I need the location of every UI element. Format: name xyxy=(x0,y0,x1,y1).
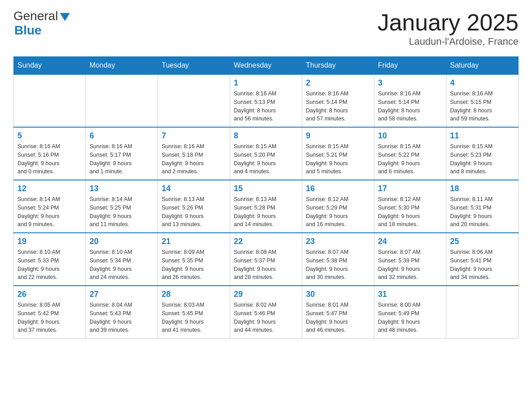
calendar-cell: 18Sunrise: 8:11 AM Sunset: 5:31 PM Dayli… xyxy=(446,180,519,233)
calendar-week-3: 12Sunrise: 8:14 AM Sunset: 5:24 PM Dayli… xyxy=(14,180,519,233)
calendar-cell: 16Sunrise: 8:12 AM Sunset: 5:29 PM Dayli… xyxy=(302,180,374,233)
day-info: Sunrise: 8:15 AM Sunset: 5:20 PM Dayligh… xyxy=(234,142,298,176)
day-number: 12 xyxy=(17,184,82,193)
day-number: 28 xyxy=(162,290,226,299)
day-number: 25 xyxy=(450,237,515,246)
calendar-week-1: 1Sunrise: 8:16 AM Sunset: 5:13 PM Daylig… xyxy=(14,74,519,127)
calendar-cell xyxy=(14,74,86,127)
day-info: Sunrise: 8:04 AM Sunset: 5:43 PM Dayligh… xyxy=(90,301,154,334)
calendar-cell: 20Sunrise: 8:10 AM Sunset: 5:34 PM Dayli… xyxy=(86,233,158,286)
day-info: Sunrise: 8:12 AM Sunset: 5:30 PM Dayligh… xyxy=(378,195,442,229)
day-number: 7 xyxy=(162,131,226,141)
calendar-cell: 12Sunrise: 8:14 AM Sunset: 5:24 PM Dayli… xyxy=(14,180,86,233)
calendar-cell: 1Sunrise: 8:16 AM Sunset: 5:13 PM Daylig… xyxy=(230,74,302,127)
weekday-header-row: SundayMondayTuesdayWednesdayThursdayFrid… xyxy=(14,57,519,75)
calendar-cell: 15Sunrise: 8:13 AM Sunset: 5:28 PM Dayli… xyxy=(230,180,302,233)
calendar-cell: 8Sunrise: 8:15 AM Sunset: 5:20 PM Daylig… xyxy=(230,127,302,180)
calendar-cell: 11Sunrise: 8:15 AM Sunset: 5:23 PM Dayli… xyxy=(446,127,519,180)
day-number: 4 xyxy=(450,78,515,88)
calendar-cell xyxy=(158,74,230,127)
calendar-cell xyxy=(446,286,519,338)
calendar-body: 1Sunrise: 8:16 AM Sunset: 5:13 PM Daylig… xyxy=(14,74,519,338)
day-number: 6 xyxy=(90,131,154,141)
svg-marker-0 xyxy=(60,13,70,21)
day-info: Sunrise: 8:15 AM Sunset: 5:23 PM Dayligh… xyxy=(450,142,515,176)
day-info: Sunrise: 8:00 AM Sunset: 5:49 PM Dayligh… xyxy=(378,301,442,334)
location-text: Laudun-l'Ardoise, France xyxy=(378,36,519,47)
logo-general-text: General xyxy=(13,9,58,23)
day-info: Sunrise: 8:16 AM Sunset: 5:17 PM Dayligh… xyxy=(90,142,154,176)
calendar-week-2: 5Sunrise: 8:16 AM Sunset: 5:16 PM Daylig… xyxy=(14,127,519,180)
calendar-cell: 21Sunrise: 8:09 AM Sunset: 5:35 PM Dayli… xyxy=(158,233,230,286)
calendar-cell: 4Sunrise: 8:16 AM Sunset: 5:15 PM Daylig… xyxy=(446,74,519,127)
calendar-cell: 28Sunrise: 8:03 AM Sunset: 5:45 PM Dayli… xyxy=(158,286,230,338)
day-info: Sunrise: 8:10 AM Sunset: 5:34 PM Dayligh… xyxy=(90,248,154,282)
day-info: Sunrise: 8:16 AM Sunset: 5:18 PM Dayligh… xyxy=(162,142,226,176)
calendar-cell: 31Sunrise: 8:00 AM Sunset: 5:49 PM Dayli… xyxy=(374,286,446,338)
day-info: Sunrise: 8:14 AM Sunset: 5:25 PM Dayligh… xyxy=(90,195,154,229)
day-number: 5 xyxy=(17,131,82,141)
day-info: Sunrise: 8:12 AM Sunset: 5:29 PM Dayligh… xyxy=(306,195,370,229)
weekday-header-friday: Friday xyxy=(374,57,446,75)
day-info: Sunrise: 8:13 AM Sunset: 5:28 PM Dayligh… xyxy=(234,195,298,229)
calendar-cell: 9Sunrise: 8:15 AM Sunset: 5:21 PM Daylig… xyxy=(302,127,374,180)
calendar-cell: 13Sunrise: 8:14 AM Sunset: 5:25 PM Dayli… xyxy=(86,180,158,233)
calendar-week-4: 19Sunrise: 8:10 AM Sunset: 5:33 PM Dayli… xyxy=(14,233,519,286)
calendar-cell: 22Sunrise: 8:08 AM Sunset: 5:37 PM Dayli… xyxy=(230,233,302,286)
day-number: 9 xyxy=(306,131,370,141)
day-number: 15 xyxy=(234,184,298,193)
day-number: 24 xyxy=(378,237,442,246)
calendar-cell: 23Sunrise: 8:07 AM Sunset: 5:38 PM Dayli… xyxy=(302,233,374,286)
day-info: Sunrise: 8:13 AM Sunset: 5:26 PM Dayligh… xyxy=(162,195,226,229)
day-number: 13 xyxy=(90,184,154,193)
calendar-cell: 2Sunrise: 8:16 AM Sunset: 5:14 PM Daylig… xyxy=(302,74,374,127)
day-info: Sunrise: 8:14 AM Sunset: 5:24 PM Dayligh… xyxy=(17,195,82,229)
day-number: 11 xyxy=(450,131,515,141)
day-number: 14 xyxy=(162,184,226,193)
calendar-cell: 30Sunrise: 8:01 AM Sunset: 5:47 PM Dayli… xyxy=(302,286,374,338)
day-number: 17 xyxy=(378,184,442,193)
calendar-cell: 26Sunrise: 8:05 AM Sunset: 5:42 PM Dayli… xyxy=(14,286,86,338)
calendar-cell: 29Sunrise: 8:02 AM Sunset: 5:46 PM Dayli… xyxy=(230,286,302,338)
logo: General Blue xyxy=(13,9,70,38)
weekday-header-tuesday: Tuesday xyxy=(158,57,230,75)
day-number: 10 xyxy=(378,131,442,141)
day-number: 20 xyxy=(90,237,154,246)
day-info: Sunrise: 8:08 AM Sunset: 5:37 PM Dayligh… xyxy=(234,248,298,282)
weekday-header-sunday: Sunday xyxy=(14,57,86,75)
day-number: 2 xyxy=(306,78,370,88)
day-number: 3 xyxy=(378,78,442,88)
day-info: Sunrise: 8:01 AM Sunset: 5:47 PM Dayligh… xyxy=(306,301,370,334)
logo-triangle-icon xyxy=(60,13,70,21)
day-number: 30 xyxy=(306,290,370,299)
title-area: January 2025 Laudun-l'Ardoise, France xyxy=(378,9,519,47)
calendar-cell: 27Sunrise: 8:04 AM Sunset: 5:43 PM Dayli… xyxy=(86,286,158,338)
day-number: 1 xyxy=(234,78,298,88)
day-number: 29 xyxy=(234,290,298,299)
day-info: Sunrise: 8:06 AM Sunset: 5:41 PM Dayligh… xyxy=(450,248,515,282)
day-number: 23 xyxy=(306,237,370,246)
calendar-cell xyxy=(86,74,158,127)
day-info: Sunrise: 8:11 AM Sunset: 5:31 PM Dayligh… xyxy=(450,195,515,229)
day-info: Sunrise: 8:15 AM Sunset: 5:22 PM Dayligh… xyxy=(378,142,442,176)
calendar-cell: 25Sunrise: 8:06 AM Sunset: 5:41 PM Dayli… xyxy=(446,233,519,286)
day-info: Sunrise: 8:16 AM Sunset: 5:13 PM Dayligh… xyxy=(234,90,298,123)
day-number: 21 xyxy=(162,237,226,246)
day-number: 19 xyxy=(17,237,82,246)
day-number: 18 xyxy=(450,184,515,193)
day-info: Sunrise: 8:10 AM Sunset: 5:33 PM Dayligh… xyxy=(17,248,82,282)
day-info: Sunrise: 8:02 AM Sunset: 5:46 PM Dayligh… xyxy=(234,301,298,334)
day-info: Sunrise: 8:05 AM Sunset: 5:42 PM Dayligh… xyxy=(17,301,82,334)
day-number: 22 xyxy=(234,237,298,246)
calendar-cell: 24Sunrise: 8:07 AM Sunset: 5:39 PM Dayli… xyxy=(374,233,446,286)
calendar-cell: 19Sunrise: 8:10 AM Sunset: 5:33 PM Dayli… xyxy=(14,233,86,286)
day-info: Sunrise: 8:15 AM Sunset: 5:21 PM Dayligh… xyxy=(306,142,370,176)
weekday-header-thursday: Thursday xyxy=(302,57,374,75)
page-header: General Blue January 2025 Laudun-l'Ardoi… xyxy=(13,9,519,47)
calendar-cell: 7Sunrise: 8:16 AM Sunset: 5:18 PM Daylig… xyxy=(158,127,230,180)
logo-blue-text: Blue xyxy=(14,23,70,38)
calendar-header: SundayMondayTuesdayWednesdayThursdayFrid… xyxy=(14,57,519,75)
day-info: Sunrise: 8:07 AM Sunset: 5:38 PM Dayligh… xyxy=(306,248,370,282)
calendar-cell: 17Sunrise: 8:12 AM Sunset: 5:30 PM Dayli… xyxy=(374,180,446,233)
day-info: Sunrise: 8:09 AM Sunset: 5:35 PM Dayligh… xyxy=(162,248,226,282)
